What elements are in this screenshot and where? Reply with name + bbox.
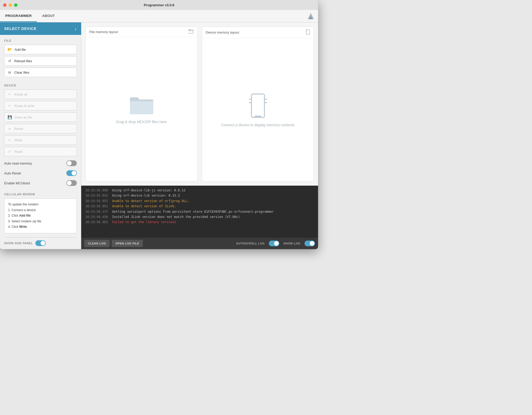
erase-all-button: ✏ Erase all [4,90,77,99]
enable-mcuboot-row: Enable MCUboot [4,178,77,188]
reset-button: ● Reset [4,124,77,133]
content-area: SELECT DEVICE ↓ FILE 📂 Add file ↺ Reload… [0,22,318,249]
select-device-bar[interactable]: SELECT DEVICE ↓ [0,22,81,35]
log-timestamp: 16:33:56.456 [85,214,108,219]
svg-rect-5 [307,30,307,31]
autoscroll-label: AUTOSCROLL LOG [236,242,265,245]
device-memory-icon [306,29,310,35]
read-icon: ↺ [8,149,12,154]
log-message: Unable to detect version of nrfjprog DLL… [112,198,189,204]
showlog-toggle[interactable] [305,241,315,246]
reload-files-row: ↺ Reload files [4,56,77,66]
reset-icon: ● [8,127,12,131]
clear-log-button[interactable]: CLEAR LOG [84,240,110,247]
nav-tabs: PROGRAMMER ABOUT [0,10,60,22]
show-side-panel-row: SHOW SIDE PANEL [4,237,77,249]
read-row: ↺ Read [4,147,77,156]
write-button: ✏ Write [4,135,77,145]
add-file-label: Add file [15,48,26,52]
clear-icon: ⊖ [8,70,12,74]
device-memory-card: Device memory layout [202,27,314,181]
cellular-modem-section: CELLULAR MODEM To update the modem: 1. C… [4,193,77,237]
add-file-row: 📂 Add file [4,45,77,54]
sidebar-wrapper: SELECT DEVICE ↓ FILE 📂 Add file ↺ Reload… [0,22,81,249]
memory-panels: File memory layout [81,22,318,186]
folder-icon: 📂 [8,47,12,52]
open-log-file-button[interactable]: OPEN LOG FILE [112,240,143,247]
erase-write-label: Erase & write [14,104,34,108]
write-icon: ✏ [8,138,12,142]
erase-all-row: ✏ Erase all [4,90,77,99]
svg-rect-4 [306,30,310,34]
clear-files-button[interactable]: ⊖ Clear files [4,68,77,77]
log-message: Using nrf-device-lib version: 0.15.3 [112,193,180,198]
erase-all-label: Erase all [14,92,28,96]
log-timestamp: 16:33:55.952 [85,204,108,209]
reload-icon: ↺ [8,59,12,63]
auto-read-memory-label: Auto read memory [4,161,32,165]
clear-files-row: ⊖ Clear files [4,68,77,77]
log-toolbar: CLEAR LOG OPEN LOG FILE AUTOSCROLL LOG S… [81,238,318,249]
device-memory-body: Connect a device to display memory conte… [202,38,314,181]
select-device-arrow-icon: ↓ [74,26,77,32]
top-nav: PROGRAMMER ABOUT [0,10,318,22]
add-file-button[interactable]: 📂 Add file [4,45,77,54]
save-as-file-row: 💾 Save as file [4,112,77,122]
log-message: Getting serialport options from persiste… [112,209,274,214]
read-label: Read [14,150,22,154]
save-as-file-label: Save as file [15,115,32,119]
svg-rect-3 [189,29,191,30]
save-icon: 💾 [8,115,12,119]
write-label: Write [14,138,22,142]
window-title: Programmer v3.0.9 [144,3,174,7]
device-memory-placeholder: Connect a device to display memory conte… [221,123,294,127]
file-memory-header: File memory layout [86,27,197,37]
maximize-button[interactable] [14,3,17,7]
log-line: 16:33:55.950Using nrf-device-lib-js vers… [85,188,314,193]
erase-all-icon: ✏ [8,92,12,96]
auto-reset-toggle[interactable] [66,170,77,176]
device-memory-label: Device memory layout [206,30,239,34]
showlog-label: SHOW LOG [283,242,300,245]
svg-rect-7 [251,94,264,117]
autoscroll-toggle[interactable] [269,241,279,246]
log-message: Using nrf-device-lib-js version: 0.6.12 [112,188,186,193]
log-timestamp: 16:33:55.952 [85,193,108,198]
cellular-line-3: 2. Click Add file [8,214,31,217]
enable-mcuboot-toggle[interactable] [66,180,77,186]
log-panel: 16:33:55.950Using nrf-device-lib-js vers… [81,186,318,238]
close-button[interactable] [3,3,7,7]
auto-read-memory-toggle[interactable] [66,160,77,166]
reset-row: ● Reset [4,124,77,133]
log-timestamp: 16:33:56.461 [85,219,108,225]
erase-write-button: ✏ Erase & write [4,101,77,110]
log-line: 16:33:56.461Failed to get the library ve… [85,219,314,225]
read-button: ↺ Read [4,147,77,156]
tab-programmer[interactable]: PROGRAMMER [0,10,37,22]
file-section-label: FILE [4,39,77,42]
write-row: ✏ Write [4,135,77,145]
log-line: 16:33:56.456Installed JLink version does… [85,214,314,219]
log-line: 16:33:55.952Using nrf-device-lib version… [85,193,314,198]
minimize-button[interactable] [9,3,12,7]
erase-write-row: ✏ Erase & write [4,101,77,110]
cellular-modem-box: To update the modem: 1. Connect a device… [4,198,77,233]
file-memory-label: File memory layout [89,30,118,34]
main-panel: File memory layout [81,22,318,249]
device-section: DEVICE ✏ Erase all ✏ Erase & write [4,84,77,158]
sidebar: FILE 📂 Add file ↺ Reload files ⊖ [0,35,81,249]
reload-files-button[interactable]: ↺ Reload files [4,56,77,66]
log-message: Installed JLink version does not match t… [112,214,240,219]
show-side-panel-toggle[interactable] [35,240,46,246]
folder-placeholder-icon [129,95,155,116]
write-bold: Write [19,225,27,229]
tab-about[interactable]: ABOUT [37,10,60,22]
clear-files-label: Clear files [14,71,29,74]
file-memory-body: Drag & drop HEX/ZIP files here [86,37,197,181]
show-side-panel-label: SHOW SIDE PANEL [4,242,33,245]
titlebar: Programmer v3.0.9 [0,0,318,10]
file-memory-placeholder: Drag & drop HEX/ZIP files here [116,120,167,124]
svg-rect-2 [188,30,193,33]
file-memory-icon [188,29,194,34]
log-message: Unable to detect version of JLink. [112,204,176,209]
